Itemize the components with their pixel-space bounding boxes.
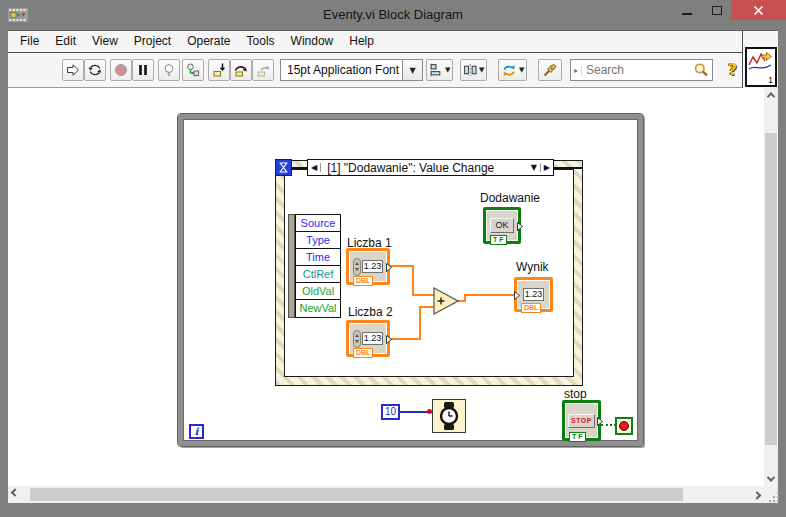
event-data-node-bar[interactable] (288, 214, 295, 318)
search-icon[interactable] (693, 62, 709, 78)
block-diagram-canvas[interactable]: ◀ [1] "Dodawanie": Value Change ▼ ▶ Sour… (8, 88, 764, 486)
output-arrow-icon (517, 222, 523, 231)
reorder-caret-icon: ▼ (519, 66, 524, 74)
grip-dots-icon (773, 496, 775, 498)
menu-item-window[interactable]: Window (283, 31, 342, 52)
menu-item-view[interactable]: View (84, 31, 126, 52)
search-expand-icon[interactable]: ▸ (571, 66, 582, 75)
menu-item-help[interactable]: Help (341, 31, 382, 52)
next-case-icon[interactable]: ▶ (540, 163, 553, 172)
event-field-source[interactable]: Source (296, 215, 340, 232)
reorder-dropdown[interactable]: ▼ (498, 59, 527, 81)
event-field-ctlref[interactable]: CtlRef (296, 266, 340, 283)
minimize-icon (682, 13, 692, 15)
menu-toolbar-block: File Edit View Project Operate Tools Win… (8, 31, 742, 89)
font-selector[interactable]: 15pt Application Font ▼ (280, 59, 423, 81)
run-icon (65, 62, 81, 78)
broom-icon (542, 62, 558, 78)
boolean-wire[interactable] (601, 424, 616, 426)
event-field-time[interactable]: Time (296, 249, 340, 266)
maximize-icon (712, 6, 722, 15)
liczba2-terminal[interactable]: 1.23 DBL (346, 320, 390, 357)
liczba1-terminal[interactable]: 1.23 DBL (346, 248, 390, 285)
clean-up-diagram-button[interactable] (538, 59, 562, 81)
abort-button[interactable] (110, 59, 132, 81)
event-field-type[interactable]: Type (296, 232, 340, 249)
coercion-dot (427, 409, 432, 414)
font-selector-value: 15pt Application Font (281, 60, 402, 80)
run-continuously-button[interactable] (84, 59, 106, 81)
event-selector-label[interactable]: ◀ [1] "Dodawanie": Value Change ▼ ▶ (307, 159, 554, 176)
hourglass-icon (278, 162, 289, 173)
retain-wire-values-button[interactable] (182, 59, 204, 81)
event-case-name: [1] "Dodawanie": Value Change (321, 161, 528, 175)
align-objects-dropdown[interactable]: ▼ (426, 59, 453, 81)
align-caret-icon: ▼ (445, 66, 450, 74)
dbl-wire[interactable] (388, 338, 421, 340)
wait-ms-function[interactable] (432, 399, 466, 433)
highlight-execution-button[interactable] (158, 59, 180, 81)
scroll-up-button[interactable] (764, 88, 778, 102)
distribute-objects-dropdown[interactable]: ▼ (460, 59, 487, 81)
help-button[interactable]: ? (722, 59, 743, 81)
scroll-right-button[interactable] (750, 487, 764, 501)
loop-condition-terminal[interactable] (615, 417, 633, 435)
liczba1-value: 1.23 (362, 260, 384, 273)
dbl-wire[interactable] (419, 306, 421, 340)
menu-item-tools[interactable]: Tools (239, 31, 283, 52)
stop-terminal[interactable]: STOP TF (562, 400, 601, 441)
wynik-type-tag: DBL (521, 303, 541, 313)
stop-label: stop (564, 387, 587, 401)
event-timeout-terminal[interactable] (275, 159, 292, 176)
event-data-node[interactable]: Source Type Time CtlRef OldVal NewVal (295, 214, 341, 318)
search-input[interactable] (582, 63, 693, 77)
step-over-button[interactable] (230, 59, 252, 81)
dbl-wire[interactable] (419, 306, 434, 308)
step-into-button[interactable] (208, 59, 230, 81)
vertical-scrollbar-thumb[interactable] (765, 133, 777, 445)
previous-case-icon[interactable]: ◀ (308, 163, 321, 172)
close-button[interactable] (731, 0, 786, 20)
menu-item-operate[interactable]: Operate (179, 31, 238, 52)
dbl-wire[interactable] (464, 294, 516, 296)
horizontal-scrollbar (8, 486, 764, 503)
output-arrow-icon (386, 263, 392, 272)
dbl-wire[interactable] (412, 265, 414, 296)
resize-grip[interactable] (764, 486, 778, 503)
run-continuously-icon (87, 62, 103, 78)
selector-connector-line (292, 167, 307, 169)
align-objects-icon (429, 63, 443, 77)
liczba2-type-tag: DBL (353, 348, 373, 358)
pause-button[interactable] (132, 59, 154, 81)
menu-item-file[interactable]: File (12, 31, 47, 52)
increment-decrement-icon (353, 330, 361, 348)
case-dropdown-icon[interactable]: ▼ (528, 163, 540, 172)
run-button[interactable] (62, 59, 84, 81)
vi-icon[interactable]: 1 (745, 47, 777, 87)
vertical-scrollbar (764, 88, 778, 486)
font-selector-caret-icon[interactable]: ▼ (402, 60, 422, 80)
wynik-terminal[interactable]: 1.23 DBL (514, 277, 553, 312)
dodawanie-type-tag: TF (490, 235, 507, 245)
dbl-wire[interactable] (412, 294, 434, 296)
horizontal-scrollbar-thumb[interactable] (30, 488, 683, 501)
iteration-terminal[interactable]: i (189, 424, 204, 439)
wait-watch-icon (436, 401, 462, 431)
wait-ms-constant[interactable]: 10 (381, 404, 400, 420)
dodawanie-terminal[interactable]: OK TF (483, 207, 521, 244)
scroll-down-button[interactable] (764, 472, 778, 486)
menu-item-edit[interactable]: Edit (47, 31, 84, 52)
stop-sign-icon (619, 421, 629, 431)
maximize-button[interactable] (702, 0, 731, 20)
menu-item-project[interactable]: Project (126, 31, 179, 52)
output-arrow-icon (386, 335, 392, 344)
minimize-button[interactable] (672, 0, 702, 20)
step-out-icon (255, 62, 271, 78)
event-field-newval[interactable]: NewVal (296, 300, 340, 317)
step-out-button[interactable] (252, 59, 274, 81)
output-arrow-icon (597, 417, 603, 426)
input-arrow-icon (514, 291, 520, 300)
add-function[interactable]: + (433, 287, 459, 315)
event-field-oldval[interactable]: OldVal (296, 283, 340, 300)
scroll-left-button[interactable] (8, 487, 22, 501)
